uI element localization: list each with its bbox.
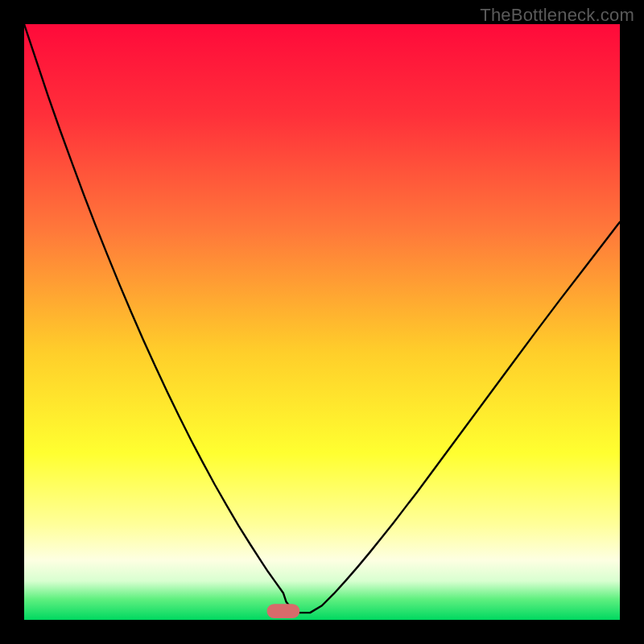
chart-svg <box>24 24 620 620</box>
watermark-text: TheBottleneck.com <box>480 5 634 26</box>
chart-frame: TheBottleneck.com <box>0 0 644 644</box>
chart-background-gradient <box>24 24 620 620</box>
chart-plot-area <box>24 24 620 620</box>
optimal-point-marker <box>267 604 300 618</box>
